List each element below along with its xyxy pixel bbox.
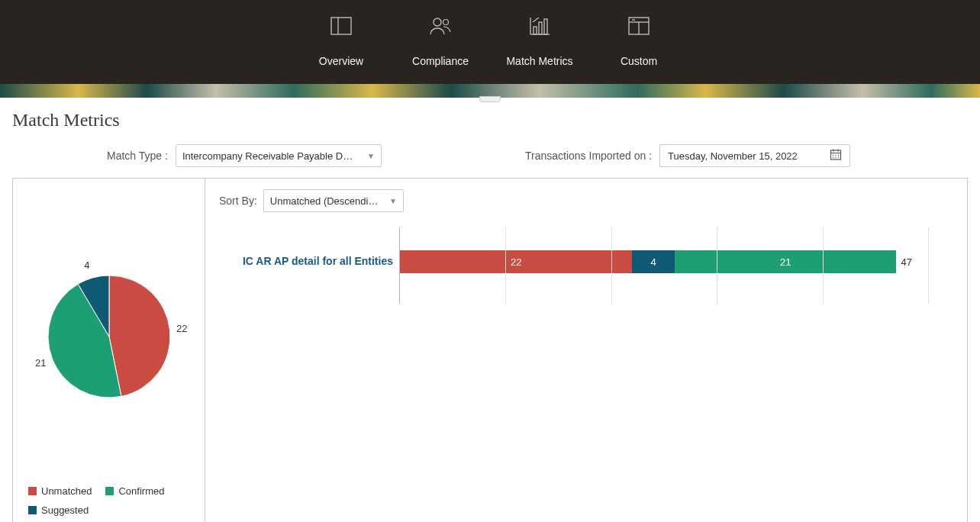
grid-line [505, 227, 506, 304]
decorative-strip [0, 84, 980, 98]
layout-icon [628, 14, 650, 38]
bar-panel: Sort By: Unmatched (Descendi… ▼ IC AR AP… [205, 178, 968, 522]
legend-item-suggested[interactable]: Suggested [28, 504, 89, 516]
stacked-bar-chart[interactable]: IC AR AP detail for all Entities 2242147 [219, 227, 955, 304]
filter-bar: Match Type : Intercompany Receivable Pay… [12, 144, 968, 167]
grid-line [823, 227, 824, 304]
svg-point-2 [434, 18, 441, 26]
tab-compliance[interactable]: Compliance [395, 14, 486, 67]
grid-line [928, 227, 929, 304]
match-type-value: Intercompany Receivable Payable D… [182, 150, 353, 162]
match-type-label: Match Type : [107, 150, 168, 162]
pie-label-suggested: 4 [84, 259, 89, 271]
chart-icon [528, 14, 551, 38]
tab-overview-label: Overview [319, 55, 363, 67]
grid-line [717, 227, 717, 304]
tab-match-metrics[interactable]: Match Metrics [494, 14, 585, 67]
swatch-unmatched [28, 487, 37, 495]
calendar-icon [830, 149, 842, 163]
legend-label-confirmed: Confirmed [118, 485, 164, 497]
legend-label-unmatched: Unmatched [41, 485, 92, 497]
pie-chart[interactable]: 22 21 4 [21, 194, 197, 479]
import-date-label: Transactions Imported on : [525, 150, 652, 162]
tab-compliance-label: Compliance [412, 55, 469, 67]
chevron-down-icon: ▼ [367, 152, 375, 160]
legend-item-confirmed[interactable]: Confirmed [105, 485, 164, 497]
swatch-suggested [28, 506, 37, 514]
tab-overview[interactable]: Overview [295, 14, 387, 67]
legend-label-suggested: Suggested [41, 504, 89, 516]
sort-by-label: Sort By: [219, 195, 257, 207]
page-title: Match Metrics [12, 110, 968, 130]
pie-label-confirmed: 21 [35, 357, 46, 369]
svg-rect-6 [534, 27, 537, 34]
tab-custom[interactable]: Custom [593, 14, 685, 67]
drag-handle-icon[interactable] [479, 96, 501, 102]
overview-icon [330, 14, 352, 38]
svg-rect-0 [331, 18, 351, 34]
svg-line-9 [533, 18, 539, 22]
swatch-confirmed [105, 487, 114, 495]
bar-segment-unmatched[interactable]: 22 [400, 250, 632, 273]
people-icon [429, 14, 452, 38]
import-date-picker[interactable]: Tuesday, November 15, 2022 [659, 144, 850, 167]
sort-by-select[interactable]: Unmatched (Descendi… ▼ [263, 189, 404, 212]
legend-item-unmatched[interactable]: Unmatched [28, 485, 92, 497]
chevron-down-icon: ▼ [389, 197, 397, 205]
svg-point-3 [443, 20, 449, 25]
pie-legend: Unmatched Confirmed Suggested [21, 485, 197, 516]
grid-line [611, 227, 612, 304]
tab-custom-label: Custom [621, 55, 657, 67]
pie-label-unmatched: 22 [176, 323, 187, 334]
bar-segment-confirmed[interactable]: 21 [675, 250, 897, 273]
svg-rect-8 [544, 19, 547, 34]
match-type-select[interactable]: Intercompany Receivable Payable D… ▼ [176, 144, 382, 167]
top-nav: Overview Compliance Match Metrics Custom [0, 0, 980, 84]
bar-total-label: 47 [901, 256, 911, 268]
pie-panel: 22 21 4 Unmatched Confirmed Suggested [12, 178, 205, 522]
tab-match-metrics-label: Match Metrics [506, 55, 572, 67]
sort-by-value: Unmatched (Descendi… [270, 195, 379, 207]
import-date-value: Tuesday, November 15, 2022 [668, 150, 798, 162]
bar-row-label[interactable]: IC AR AP detail for all Entities [219, 255, 393, 267]
svg-rect-7 [539, 22, 542, 34]
bar-segment-suggested[interactable]: 4 [632, 250, 674, 273]
